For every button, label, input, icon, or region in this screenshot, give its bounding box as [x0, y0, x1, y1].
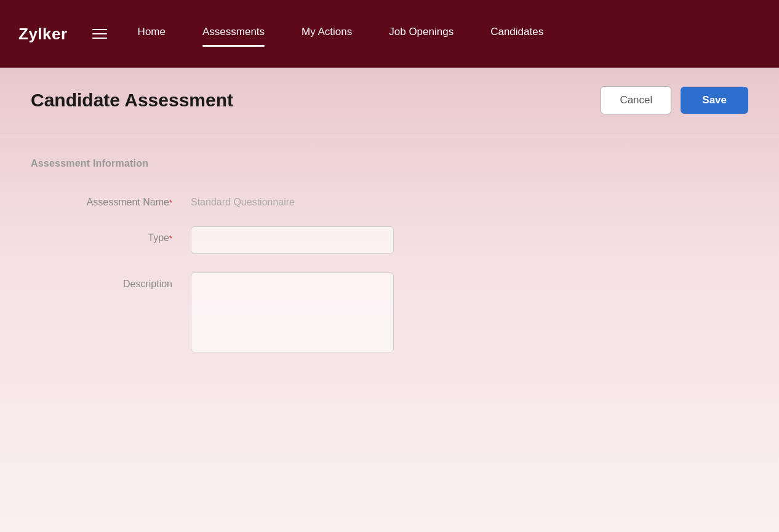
cancel-button[interactable]: Cancel — [601, 86, 671, 114]
assessment-name-label: Assessment Name* — [31, 191, 191, 208]
nav-items: Home Assessments My Actions Job Openings… — [138, 26, 761, 42]
assessment-name-group: Assessment Name* Standard Questionnaire — [31, 191, 748, 208]
save-button[interactable]: Save — [681, 87, 748, 114]
page-title: Candidate Assessment — [31, 90, 233, 111]
main-content: Candidate Assessment Cancel Save Assessm… — [0, 68, 779, 532]
description-textarea[interactable] — [191, 272, 394, 352]
nav-item-my-actions[interactable]: My Actions — [302, 26, 352, 42]
type-group: Type* — [31, 226, 748, 254]
navbar: Zylker Home Assessments My Actions Job O… — [0, 0, 779, 68]
page-header: Candidate Assessment Cancel Save — [0, 68, 779, 133]
nav-item-home[interactable]: Home — [138, 26, 166, 42]
section-title: Assessment Information — [31, 158, 748, 169]
hamburger-menu[interactable] — [92, 29, 107, 39]
type-label: Type* — [31, 226, 191, 244]
description-label: Description — [31, 272, 191, 290]
app-logo: Zylker — [18, 25, 68, 44]
description-group: Description — [31, 272, 748, 352]
nav-item-assessments[interactable]: Assessments — [202, 26, 265, 42]
nav-item-candidates[interactable]: Candidates — [490, 26, 543, 42]
form-section: Assessment Information Assessment Name* … — [0, 133, 779, 395]
type-input[interactable] — [191, 226, 394, 254]
header-actions: Cancel Save — [601, 86, 748, 114]
nav-item-job-openings[interactable]: Job Openings — [389, 26, 453, 42]
assessment-name-value: Standard Questionnaire — [191, 191, 295, 208]
